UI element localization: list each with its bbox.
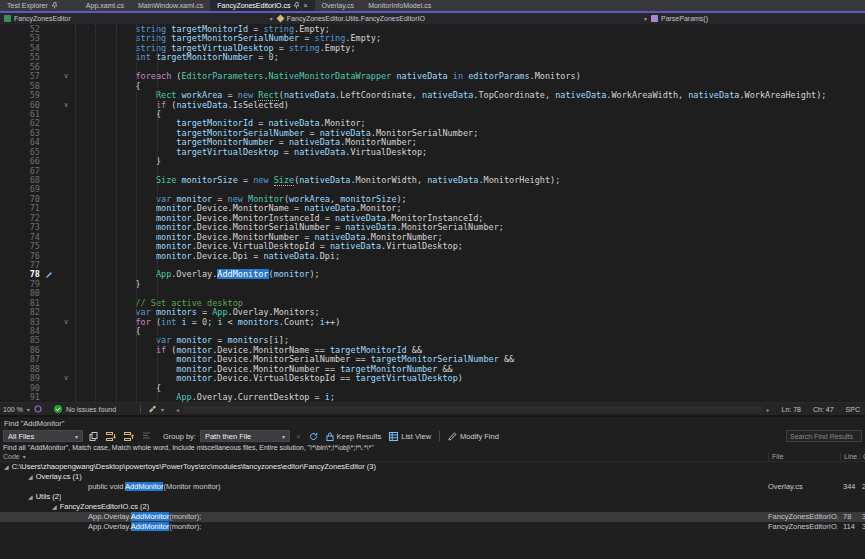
scroll-left-icon[interactable]: ◂ [176, 406, 179, 413]
refresh-icon[interactable] [307, 430, 320, 443]
document-health-icon[interactable] [34, 405, 42, 413]
cursor-column: Ch: 47 [813, 406, 834, 413]
fold-margin [58, 233, 74, 242]
stop-search-icon[interactable]: × [294, 430, 303, 443]
tab-monitorinfomodel-cs[interactable]: MonitorInfoModel.cs [361, 0, 438, 11]
code-line[interactable]: 68 Size monitorSize = new Size(nativeDat… [0, 176, 865, 185]
gutter-space [40, 44, 58, 53]
chevron-down-icon[interactable]: ▾ [27, 406, 30, 413]
list-view-button[interactable]: List View [387, 430, 433, 443]
code-editor[interactable]: 52 string targetMonitorId = string.Empty… [0, 24, 865, 402]
code-line[interactable]: 91 App.Overlay.CurrentDesktop = i; [0, 393, 865, 402]
fold-margin [58, 252, 74, 261]
horizontal-scrollbar[interactable] [183, 406, 762, 413]
fold-chevron-icon[interactable]: ∨ [58, 72, 74, 81]
code-cleanup-icon[interactable] [148, 405, 157, 413]
zoom-level[interactable]: 100 % [3, 406, 23, 413]
tab-test-explorer[interactable]: Test Explorer [0, 0, 65, 11]
pin-icon[interactable] [51, 2, 58, 9]
tab-fancyzoneseditorio-cs[interactable]: FancyZonesEditorIO.cs× [210, 0, 314, 11]
gutter-space [40, 119, 58, 128]
column-header-line[interactable]: Line [840, 453, 857, 460]
match-highlight: AddMonitor [125, 482, 163, 491]
code-line[interactable]: 76 monitor.Device.Dpi = nativeData.Dpi; [0, 252, 865, 261]
expander-icon[interactable]: ◢ [28, 494, 33, 500]
breadcrumb: FancyZonesEditor ▾ FancyZonesEditor.Util… [0, 13, 865, 24]
gutter-space [40, 280, 58, 289]
breadcrumb-project[interactable]: FancyZonesEditor [0, 13, 75, 24]
fold-margin [58, 346, 74, 355]
cursor-line: Ln: 78 [782, 406, 801, 413]
modify-find-button[interactable]: Modify Find [446, 430, 501, 443]
tab-mainwindow-xaml-cs[interactable]: MainWindow.xaml.cs [131, 0, 210, 11]
line-number: 91 [0, 393, 40, 402]
breadcrumb-type-label: FancyZonesEditor.Utils.FancyZonesEditorI… [287, 15, 425, 22]
fold-margin [58, 355, 74, 364]
clear-results-icon[interactable] [140, 430, 153, 443]
code-line[interactable]: 66 } [0, 157, 865, 166]
fold-margin [58, 289, 74, 298]
editor-status-bar: 100 % ▾ No issues found ▾ ◂ ▸ Ln: 78 Ch:… [0, 402, 865, 415]
copy-icon[interactable] [87, 430, 100, 443]
divider [439, 431, 440, 441]
code-text: monitor.Device.Dpi = nativeData.Dpi; [74, 252, 865, 261]
keep-results-button[interactable]: Keep Results [324, 430, 384, 443]
find-group-row[interactable]: ◢C:\Users\zhaopengwang\Desktop\powertoys… [0, 462, 865, 472]
gutter-space [40, 204, 58, 213]
find-result-row[interactable]: FancyZonesEditorIO.cs783App.Overlay.AddM… [0, 512, 865, 522]
issues-status[interactable]: No issues found [66, 406, 116, 413]
code-text: targetVirtualDesktop = nativeData.Virtua… [74, 148, 865, 157]
gutter-space [40, 374, 58, 383]
breadcrumb-type[interactable]: FancyZonesEditor.Utils.FancyZonesEditorI… [273, 13, 429, 24]
fold-margin [58, 167, 74, 176]
expander-icon[interactable]: ◢ [28, 474, 33, 480]
collapse-all-icon[interactable] [122, 430, 136, 443]
fold-margin [58, 327, 74, 336]
fold-margin [58, 119, 74, 128]
scroll-right-icon[interactable]: ▸ [766, 406, 769, 413]
cell-line: 344 [843, 482, 858, 492]
code-text: if (nativeData.IsSelected) [74, 101, 865, 110]
gutter-space [40, 63, 58, 72]
find-panel-title: Find "AddMonitor" [0, 417, 865, 428]
close-icon[interactable]: × [303, 2, 307, 9]
code-text: Size monitorSize = new Size(nativeData.M… [74, 176, 865, 185]
tab-overlay-cs[interactable]: Overlay.cs [315, 0, 362, 11]
fold-chevron-icon[interactable]: ∨ [58, 318, 74, 327]
column-header-code[interactable]: Code▾ [3, 453, 26, 460]
gutter-space [40, 167, 58, 176]
divider [140, 405, 141, 413]
tab-app-xaml-cs[interactable]: App.xaml.cs [79, 0, 131, 11]
gutter-space [40, 252, 58, 261]
result-text: ◢Overlay.cs (1) [28, 472, 82, 482]
column-header-file[interactable]: File [768, 453, 783, 460]
fold-margin [58, 270, 74, 279]
code-line[interactable]: 55 int targetMonitorNumber = 0; [0, 53, 865, 62]
find-result-row[interactable]: Overlay.cs3442public void AddMonitor(Mon… [0, 482, 865, 492]
find-group-row[interactable]: ◢Utils (2) [0, 492, 865, 502]
code-line[interactable]: 79 } [0, 280, 865, 289]
expander-icon[interactable]: ◢ [4, 464, 9, 470]
pin-icon[interactable] [293, 2, 300, 9]
gutter-space [40, 346, 58, 355]
find-group-row[interactable]: ◢FancyZonesEditorIO.cs (2) [0, 502, 865, 512]
group-by-dropdown[interactable]: Path then File▾ [200, 430, 290, 442]
gutter-space [40, 148, 58, 157]
scope-dropdown[interactable]: All Files▾ [3, 430, 83, 442]
tab-label: MonitorInfoModel.cs [368, 2, 431, 9]
fold-chevron-icon[interactable]: ∨ [58, 374, 74, 383]
gutter-space [40, 308, 58, 317]
column-header-col[interactable]: Col [859, 453, 865, 460]
find-group-row[interactable]: ◢Overlay.cs (1) [0, 472, 865, 482]
expander-icon[interactable]: ◢ [52, 504, 57, 510]
fold-margin [58, 110, 74, 119]
expand-all-icon[interactable] [104, 430, 118, 443]
chevron-down-icon[interactable]: ▾ [161, 406, 164, 413]
breadcrumb-member[interactable]: ParseParams() [647, 13, 712, 24]
fold-margin [58, 44, 74, 53]
search-find-results-input[interactable] [786, 430, 862, 442]
find-result-row[interactable]: FancyZonesEditorIO.cs1143App.Overlay.Add… [0, 522, 865, 532]
tab-label: FancyZonesEditorIO.cs [217, 2, 290, 9]
fold-chevron-icon[interactable]: ∨ [58, 101, 74, 110]
fold-margin [58, 63, 74, 72]
